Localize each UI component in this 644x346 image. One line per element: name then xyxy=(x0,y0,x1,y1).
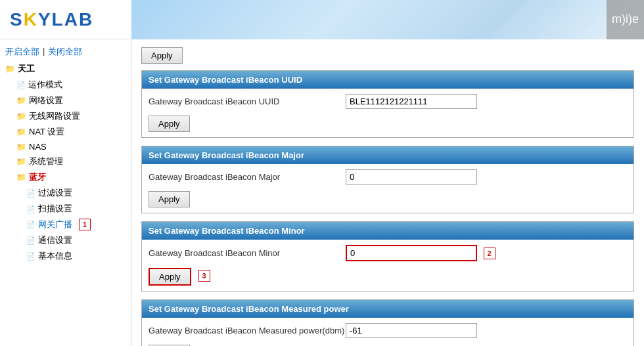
sidebar-item-jiben[interactable]: 📄 基本信息 xyxy=(0,248,131,264)
sidebar-item-tongxin[interactable]: 📄 通信设置 xyxy=(0,232,131,248)
header-banner: m)i)e xyxy=(131,0,644,39)
minor-apply-button[interactable]: Apply xyxy=(149,268,191,286)
sidebar-label-guolv: 过滤设置 xyxy=(38,187,72,199)
sidebar-item-bluetooth[interactable]: 📁 蓝牙 xyxy=(0,169,131,185)
power-input[interactable] xyxy=(346,323,477,338)
sidebar-toggle: 开启全部 | 关闭全部 xyxy=(0,43,131,61)
sidebar-label-tiangong: 天工 xyxy=(18,63,35,75)
folder-icon-2: 📁 xyxy=(16,96,26,105)
minor-input[interactable] xyxy=(346,245,477,261)
folder-icon-7: 📁 xyxy=(16,173,26,182)
page-icon-jiben: 📄 xyxy=(26,252,35,261)
power-section-body: Gateway Broadcast iBeacon Measured power… xyxy=(142,318,633,346)
major-input[interactable] xyxy=(346,169,477,184)
folder-icon-5: 📁 xyxy=(16,142,26,152)
page-icon-saomiao: 📄 xyxy=(26,205,35,213)
folder-icon-3: 📁 xyxy=(16,112,26,121)
minor-section: Set Gateway Broadcast iBeacon Minor Gate… xyxy=(141,221,634,292)
folder-icon-4: 📁 xyxy=(16,127,26,137)
major-field-input xyxy=(346,169,477,184)
major-section: Set Gateway Broadcast iBeacon Major Gate… xyxy=(141,146,634,213)
minor-btn-wrap: Apply 3 xyxy=(149,265,627,286)
uuid-input[interactable] xyxy=(346,94,477,109)
sidebar-label-tongxin: 通信设置 xyxy=(38,234,72,246)
logo: SKYLAB xyxy=(10,9,122,30)
power-section: Set Gateway Broadcast iBeacon Measured p… xyxy=(141,299,634,346)
sidebar-annotation-1: 1 xyxy=(79,219,91,230)
top-apply-container: Apply xyxy=(141,45,634,64)
page-icon-tongxin: 📄 xyxy=(26,236,35,245)
main-layout: 开启全部 | 关闭全部 📁 天工 📄 运作模式 📁 网络设置 📁 无线网路设置 … xyxy=(0,39,644,346)
open-all-link[interactable]: 开启全部 xyxy=(5,46,39,58)
power-section-header: Set Gateway Broadcast iBeacon Measured p… xyxy=(142,300,633,318)
sidebar-label-saomiao: 扫描设置 xyxy=(38,203,72,215)
content-area: Apply Set Gateway Broadcast iBeacon UUID… xyxy=(131,39,644,346)
sidebar-item-saomiao[interactable]: 📄 扫描设置 xyxy=(0,201,131,217)
sidebar: 开启全部 | 关闭全部 📁 天工 📄 运作模式 📁 网络设置 📁 无线网路设置 … xyxy=(0,39,131,346)
sidebar-label-nat: NAT 设置 xyxy=(29,126,64,138)
sidebar-item-nas[interactable]: 📁 NAS xyxy=(0,140,131,154)
sidebar-item-yunzuomoshi[interactable]: 📄 运作模式 xyxy=(0,77,131,93)
sidebar-item-guolv[interactable]: 📄 过滤设置 xyxy=(0,185,131,201)
header-brand-right: m)i)e xyxy=(607,0,644,39)
close-all-link[interactable]: 关闭全部 xyxy=(48,46,82,58)
sidebar-item-nat[interactable]: 📁 NAT 设置 xyxy=(0,124,131,140)
sidebar-item-wangguanbobo[interactable]: 📄 网关广播 1 xyxy=(0,217,131,232)
sidebar-label-wanguan: 网关广播 xyxy=(38,219,72,230)
header: SKYLAB m)i)e xyxy=(0,0,644,39)
major-field-row: Gateway Broadcast iBeacon Major xyxy=(149,169,627,184)
sidebar-label-nas: NAS xyxy=(29,142,47,152)
sidebar-item-tiangong[interactable]: 📁 天工 xyxy=(0,61,131,77)
major-apply-button[interactable]: Apply xyxy=(149,191,190,207)
minor-section-header: Set Gateway Broadcast iBeacon Minor xyxy=(142,222,633,240)
uuid-field-row: Gateway Broadcast iBeacon UUID xyxy=(149,94,627,109)
uuid-section: Set Gateway Broadcast iBeacon UUID Gatew… xyxy=(141,70,634,138)
uuid-section-header: Set Gateway Broadcast iBeacon UUID xyxy=(142,71,633,89)
minor-section-body: Gateway Broadcast iBeacon Minor 2 Apply … xyxy=(142,240,633,291)
uuid-field-input xyxy=(346,94,477,109)
sidebar-item-wuxianshezhi[interactable]: 📁 无线网路设置 xyxy=(0,108,131,124)
minor-annotation-3: 3 xyxy=(198,270,210,282)
top-apply-button[interactable]: Apply xyxy=(141,47,183,64)
uuid-apply-button[interactable]: Apply xyxy=(149,116,190,132)
power-field-label: Gateway Broadcast iBeacon Measured power… xyxy=(149,326,346,335)
major-section-body: Gateway Broadcast iBeacon Major Apply xyxy=(142,164,633,213)
sidebar-label-wuxianshezhi: 无线网路设置 xyxy=(29,110,80,122)
power-field-row: Gateway Broadcast iBeacon Measured power… xyxy=(149,323,627,338)
logo-area: SKYLAB xyxy=(0,3,131,37)
minor-field-label: Gateway Broadcast iBeacon Minor xyxy=(149,248,346,258)
logo-k: K xyxy=(24,9,38,30)
uuid-section-body: Gateway Broadcast iBeacon UUID Apply xyxy=(142,89,633,137)
page-icon: 📄 xyxy=(16,81,26,89)
folder-icon: 📁 xyxy=(5,64,15,74)
sidebar-item-wangluoshezhi[interactable]: 📁 网络设置 xyxy=(0,93,131,108)
sidebar-label-wangluoshezhi: 网络设置 xyxy=(29,95,63,106)
page-icon-wanguan: 📄 xyxy=(26,221,35,229)
sidebar-label-jiben: 基本信息 xyxy=(38,250,72,262)
folder-icon-6: 📁 xyxy=(16,157,26,166)
minor-annotation-2: 2 xyxy=(484,248,495,259)
sidebar-item-xitong[interactable]: 📁 系统管理 xyxy=(0,154,131,169)
minor-field-input: 2 xyxy=(346,245,495,261)
sidebar-label-yunzuomoshi: 运作模式 xyxy=(28,79,62,91)
page-icon-guolv: 📄 xyxy=(26,189,35,198)
major-section-header: Set Gateway Broadcast iBeacon Major xyxy=(142,146,633,164)
uuid-field-label: Gateway Broadcast iBeacon UUID xyxy=(149,97,346,106)
sidebar-label-xitong: 系统管理 xyxy=(29,156,63,167)
minor-field-row: Gateway Broadcast iBeacon Minor 2 xyxy=(149,245,627,261)
power-field-input xyxy=(346,323,477,338)
major-field-label: Gateway Broadcast iBeacon Major xyxy=(149,172,346,182)
sidebar-label-bluetooth: 蓝牙 xyxy=(29,171,46,183)
